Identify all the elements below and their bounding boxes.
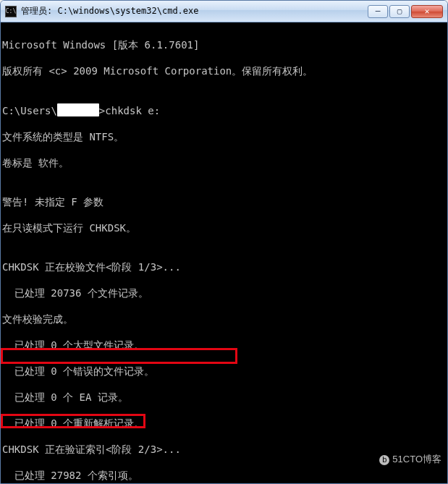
output-line: 已处理 20736 个文件记录。 xyxy=(2,286,446,300)
minimize-button[interactable]: ─ xyxy=(368,5,388,18)
close-button[interactable]: ✕ xyxy=(411,5,443,18)
prompt-line: C:\Users\ >chkdsk e: xyxy=(2,103,446,117)
output-line: 版权所有 <c> 2009 Microsoft Corporation。保留所有… xyxy=(2,64,446,77)
output-line: 已处理 0 个错误的文件记录。 xyxy=(2,365,446,378)
output-line: 已处理 0 个 EA 记录。 xyxy=(2,391,446,404)
watermark-text: 51CTO博客 xyxy=(392,454,441,464)
cmd-icon: C:\ xyxy=(5,6,17,17)
maximize-button[interactable]: ▢ xyxy=(389,5,410,18)
output-line: Microsoft Windows [版本 6.1.7601] xyxy=(2,38,446,51)
output-line: 已处理 0 个大型文件记录。 xyxy=(2,339,446,352)
output-line: 文件系统的类型是 NTFS。 xyxy=(2,130,446,143)
output-line: 警告! 未指定 F 参数 xyxy=(2,195,446,208)
terminal-output[interactable]: Microsoft Windows [版本 6.1.7601] 版权所有 <c>… xyxy=(1,22,447,483)
window-title: 管理员: C:\windows\system32\cmd.exe xyxy=(21,5,368,17)
titlebar[interactable]: C:\ 管理员: C:\windows\system32\cmd.exe ─ ▢… xyxy=(1,1,447,22)
output-line: 在只读模式下运行 CHKDSK。 xyxy=(2,221,446,234)
output-line: CHKDSK 正在校验文件<阶段 1/3>... xyxy=(2,260,446,273)
output-line: 文件校验完成。 xyxy=(2,313,446,326)
output-line: 已处理 27982 个索引项。 xyxy=(2,469,446,482)
watermark-icon: b xyxy=(379,455,389,465)
censored-username xyxy=(57,103,99,116)
window-buttons: ─ ▢ ✕ xyxy=(368,5,443,18)
output-line: CHKDSK 正在验证索引<阶段 2/3>... xyxy=(2,443,446,456)
output-line: 卷标是 软件。 xyxy=(2,156,446,169)
cmd-window: C:\ 管理员: C:\windows\system32\cmd.exe ─ ▢… xyxy=(0,0,448,484)
output-line: 已处理 0 个重新解析记录。 xyxy=(2,417,446,430)
